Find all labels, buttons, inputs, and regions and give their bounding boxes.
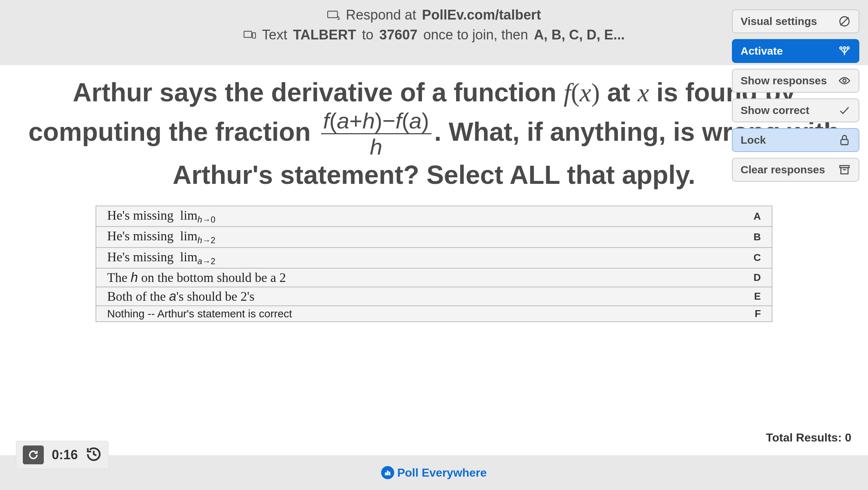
svg-line-10 [844, 49, 848, 53]
fraction-denominator: h [321, 134, 431, 159]
option-d-letter: D [754, 272, 761, 283]
option-c-letter: C [754, 252, 761, 263]
lock-label: Lock [741, 134, 766, 146]
option-b-text: He's missing limh→2 [107, 228, 215, 245]
brand-logo-icon [381, 466, 394, 479]
poll-question: Arthur says the derivative of a function… [25, 76, 843, 191]
footer: Poll Everywhere [0, 455, 868, 490]
show-correct-label: Show correct [741, 104, 809, 117]
option-f-letter: F [755, 308, 761, 320]
option-a[interactable]: He's missing limh→0 A [96, 206, 772, 227]
svg-point-6 [840, 47, 842, 49]
svg-line-9 [841, 49, 844, 53]
option-b-letter: B [754, 231, 761, 243]
option-e-letter: E [754, 291, 761, 302]
svg-rect-2 [252, 33, 255, 38]
broadcast-icon [838, 45, 851, 57]
answer-options: He's missing limh→0 A He's missing limh→… [96, 206, 772, 322]
option-b[interactable]: He's missing limh→2 B [96, 227, 772, 248]
total-results-count: 0 [845, 431, 851, 444]
option-e-text: Both of the a's should be 2's [107, 289, 254, 304]
text-mid: to [362, 27, 374, 43]
svg-rect-14 [841, 168, 848, 174]
text-suffix: once to join, then [423, 27, 528, 43]
text-number: 37607 [379, 27, 418, 43]
svg-rect-0 [328, 11, 338, 17]
respond-prefix: Respond at [346, 7, 416, 23]
respond-url: PollEv.com/talbert [422, 7, 541, 23]
activate-button[interactable]: Activate [732, 39, 859, 63]
option-d[interactable]: The h on the bottom should be a 2 D [96, 269, 772, 287]
option-e[interactable]: Both of the a's should be 2's E [96, 287, 772, 306]
q-part2: at [600, 78, 637, 107]
total-results: Total Results: 0 [766, 431, 851, 444]
timer-value: 0:16 [52, 447, 78, 462]
archive-icon [838, 164, 851, 176]
option-a-text: He's missing limh→0 [107, 208, 215, 225]
text-code: TALBERT [293, 27, 357, 43]
screen-icon [327, 10, 340, 20]
brand[interactable]: Poll Everywhere [381, 466, 486, 480]
refresh-button[interactable] [23, 445, 44, 464]
no-eye-icon [838, 15, 851, 28]
option-d-text: The h on the bottom should be a 2 [107, 270, 286, 285]
brand-name: Poll Everywhere [397, 466, 486, 480]
svg-rect-1 [244, 31, 252, 37]
instructions-bar: Respond at PollEv.com/talbert Text TALBE… [0, 0, 868, 65]
svg-rect-17 [387, 471, 389, 475]
lock-icon [838, 134, 851, 146]
phone-icon [243, 30, 256, 40]
refresh-icon [28, 449, 39, 460]
option-f[interactable]: Nothing -- Arthur's statement is correct… [96, 306, 772, 322]
svg-rect-16 [385, 473, 387, 475]
option-c[interactable]: He's missing lima→2 C [96, 248, 772, 269]
activate-label: Activate [741, 45, 783, 57]
history-icon [86, 446, 102, 462]
show-responses-label: Show responses [741, 75, 827, 87]
svg-point-7 [847, 47, 849, 49]
svg-line-4 [840, 17, 849, 26]
visual-settings-button[interactable]: Visual settings [732, 9, 859, 33]
option-f-text: Nothing -- Arthur's statement is correct [107, 308, 292, 320]
fraction-numerator: f(a+h)−f(a) [321, 109, 431, 134]
total-results-label: Total Results: [766, 431, 845, 444]
svg-point-5 [843, 47, 846, 49]
show-correct-button[interactable]: Show correct [732, 98, 859, 122]
text-prefix: Text [262, 27, 287, 43]
eye-icon [838, 75, 851, 87]
svg-rect-18 [389, 472, 391, 475]
svg-rect-12 [841, 140, 848, 145]
svg-point-11 [843, 79, 846, 83]
option-c-text: He's missing lima→2 [107, 249, 215, 266]
history-button[interactable] [86, 446, 102, 464]
check-icon [838, 104, 851, 117]
show-responses-button[interactable]: Show responses [732, 69, 859, 93]
option-a-letter: A [754, 211, 761, 222]
timer-block: 0:16 [16, 441, 109, 469]
text-options: A, B, C, D, E... [534, 27, 625, 43]
fraction: f(a+h)−f(a)h [321, 109, 431, 159]
control-panel: Visual settings Activate Show responses … [732, 9, 859, 182]
clear-responses-button[interactable]: Clear responses [732, 158, 859, 182]
q-fx: f(x) [564, 78, 600, 107]
q-part1: Arthur says the derivative of a function [73, 78, 564, 107]
clear-responses-label: Clear responses [741, 164, 825, 176]
q-xeq: x [637, 78, 649, 107]
visual-settings-label: Visual settings [741, 15, 817, 28]
lock-button[interactable]: Lock [732, 128, 859, 152]
